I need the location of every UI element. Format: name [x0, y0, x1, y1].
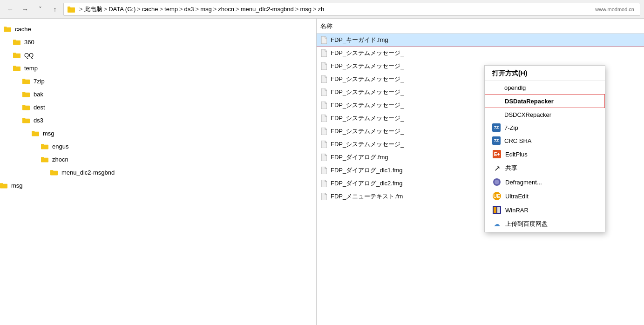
path-segment-menu[interactable]: menu_dlc2-msgbnd [241, 6, 294, 13]
tree-item-temp[interactable]: temp [0, 61, 316, 74]
tree-item-ds3[interactable]: ds3 [0, 114, 316, 127]
tree-item-label: 360 [24, 39, 34, 46]
folder-icon [13, 38, 20, 46]
forward-button[interactable]: → [19, 3, 32, 16]
context-menu-item-label: Defragment... [505, 179, 542, 186]
tree-item-cache[interactable]: cache [0, 22, 316, 35]
tree-item-360[interactable]: 360 [0, 35, 316, 48]
tree-item-label: msg [43, 130, 54, 137]
context-menu-item-上传到百度网盘[interactable]: ☁上传到百度网盘 [485, 217, 605, 231]
folder-icon [50, 169, 58, 176]
folder-icon [41, 156, 48, 163]
context-menu-item-EditPlus[interactable]: E+EditPlus [485, 147, 605, 161]
path-segment-msg[interactable]: msg [200, 6, 212, 13]
context-menu-item-CRC-SHA[interactable]: 7ZCRC SHA [485, 134, 605, 147]
context-menu-item-label: UltraEdit [505, 193, 529, 200]
path-segment-pc[interactable]: 此电脑 [84, 5, 102, 14]
file-icon [320, 180, 328, 187]
address-path[interactable]: > 此电脑 > DATA (G:) > cache > temp > ds3 >… [63, 3, 640, 16]
svg-rect-18 [22, 118, 25, 119]
tree-item-label: zhocn [52, 156, 68, 163]
file-icon [320, 154, 328, 161]
file-icon [320, 115, 328, 122]
path-segment-drive[interactable]: DATA (G:) [108, 6, 136, 13]
file-name-label: FDP_システムメッセージ_ [331, 140, 404, 149]
folder-icon [22, 90, 30, 98]
context-menu-item-label: opendlg [504, 84, 526, 91]
folder-icon [13, 51, 20, 59]
tree-item-label: msg [11, 182, 23, 189]
context-menu-item-label: 7-Zip [504, 124, 518, 131]
folder-icon [41, 142, 48, 150]
svg-rect-24 [41, 157, 44, 158]
main-area: cache360QQtemp7zipbakdestds3msgenguszhoc… [0, 19, 644, 325]
context-menu: 打开方式(H)opendlgDSDataRepackerDSDCXRepacke… [484, 65, 605, 232]
path-segment-temp[interactable]: temp [164, 6, 178, 13]
tree-item-msg[interactable]: msg [0, 127, 316, 140]
folder-icon [22, 116, 30, 124]
svg-point-32 [495, 180, 499, 184]
tree-item-label: ds3 [34, 117, 43, 124]
context-menu-item-共享[interactable]: ↗共享 [485, 161, 605, 175]
address-bar: ← → ˅ ↑ > 此电脑 > DATA (G:) > cache > temp… [0, 0, 644, 19]
tree-item-label: cache [15, 26, 31, 33]
context-menu-item-UltraEdit[interactable]: UEUltraEdit [485, 189, 605, 203]
file-icon [320, 62, 328, 70]
svg-rect-10 [13, 66, 16, 67]
tree-item-menu_dlc2-msgbnd[interactable]: menu_dlc2-msgbnd [0, 166, 316, 179]
file-icon [320, 75, 328, 83]
context-menu-item-opendlg[interactable]: opendlg [485, 81, 605, 94]
file-name-label: FDP_システムメッセージ_ [331, 127, 404, 135]
context-menu-item-icon [492, 110, 501, 119]
file-icon [320, 102, 328, 109]
svg-rect-4 [4, 27, 7, 28]
svg-rect-14 [22, 92, 25, 93]
path-segment-ds3[interactable]: ds3 [184, 6, 194, 13]
file-name-label: FDP_メニューテキスト.fm [331, 192, 403, 201]
file-name-label: FDP_システムメッセージ_ [331, 62, 404, 70]
tree-item-dest[interactable]: dest [0, 101, 316, 114]
path-segment-cache[interactable]: cache [142, 6, 158, 13]
svg-rect-28 [0, 183, 3, 184]
up-button[interactable]: ↑ [48, 3, 61, 16]
context-menu-item-Defragment...[interactable]: Defragment... [485, 175, 605, 189]
tree-item-7zip[interactable]: 7zip [0, 74, 316, 88]
tree-item-zhocn[interactable]: zhocn [0, 153, 316, 166]
svg-rect-12 [22, 79, 25, 80]
context-menu-item-icon [492, 205, 502, 215]
file-tree-sidebar[interactable]: cache360QQtemp7zipbakdestds3msgenguszhoc… [0, 19, 317, 325]
context-menu-item-WinRAR[interactable]: WinRAR [485, 203, 605, 217]
file-name-label: FDP_システムメッセージ_ [331, 88, 404, 96]
path-segment-zh[interactable]: zh [318, 6, 325, 13]
file-name-label: FDP_ダイアログ.fmg [331, 153, 388, 162]
file-row[interactable]: FDP_キーガイド.fmg [317, 34, 644, 47]
file-icon [320, 141, 328, 148]
path-segment-msg2[interactable]: msg [300, 6, 312, 13]
context-menu-item-icon: 7Z [492, 136, 501, 145]
watermark: www.modmod.cn [595, 7, 636, 12]
context-menu-item-label: DSDataRepacker [505, 98, 554, 105]
context-menu-item-icon [493, 97, 501, 105]
tree-item-engus[interactable]: engus [0, 140, 316, 153]
svg-rect-22 [41, 144, 44, 145]
file-name-label: FDP_キーガイド.fmg [331, 36, 388, 44]
context-menu-item-icon: UE [492, 191, 502, 201]
tree-item-bak[interactable]: bak [0, 88, 316, 101]
context-menu-item-icon: 7Z [492, 123, 501, 132]
svg-text:UE: UE [493, 193, 500, 199]
folder-icon [32, 129, 39, 137]
history-button[interactable]: ˅ [34, 3, 47, 16]
path-folder-icon [68, 6, 75, 13]
tree-item-QQ[interactable]: QQ [0, 48, 316, 61]
context-menu-item-icon [492, 83, 501, 92]
context-menu-item-label: 共享 [505, 164, 517, 172]
context-menu-item-DSDCXRepacker[interactable]: DSDCXRepacker [485, 108, 605, 121]
context-menu-item-DSDataRepacker[interactable]: DSDataRepacker [485, 94, 605, 108]
context-menu-item-7-Zip[interactable]: 7Z7-Zip [485, 121, 605, 134]
path-segment-zhocn[interactable]: zhocn [218, 6, 234, 13]
svg-rect-2 [68, 7, 70, 8]
back-button[interactable]: ← [4, 3, 17, 16]
context-menu-item-label: DSDCXRepacker [504, 111, 551, 118]
file-row[interactable]: FDP_システムメッセージ_ [317, 47, 644, 60]
tree-item-msg[interactable]: msg [0, 179, 316, 192]
